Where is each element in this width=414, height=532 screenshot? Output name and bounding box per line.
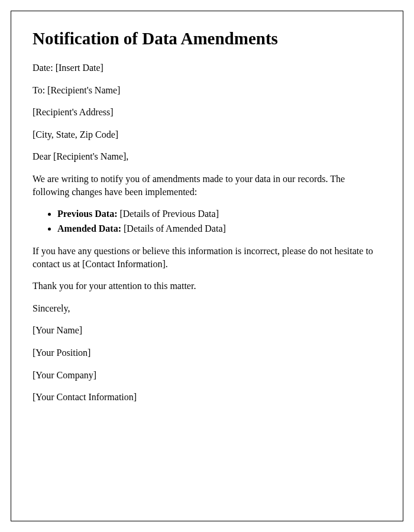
- amended-data-value: [Details of Amended Data]: [121, 223, 226, 233]
- list-item: Previous Data: [Details of Previous Data…: [57, 207, 381, 220]
- questions-paragraph: If you have any questions or believe thi…: [33, 245, 381, 270]
- date-value: [Insert Date]: [56, 63, 104, 73]
- intro-paragraph: We are writing to notify you of amendmen…: [33, 173, 381, 198]
- date-line: Date: [Insert Date]: [33, 61, 381, 74]
- signer-name: [Your Name]: [33, 324, 381, 337]
- signer-company: [Your Company]: [33, 369, 381, 382]
- signer-contact: [Your Contact Information]: [33, 391, 381, 404]
- salutation: Dear [Recipient's Name],: [33, 150, 381, 163]
- amended-data-label: Amended Data:: [57, 223, 121, 233]
- date-label: Date:: [33, 63, 56, 73]
- to-line: To: [Recipient's Name]: [33, 84, 381, 97]
- amendments-list: Previous Data: [Details of Previous Data…: [57, 207, 381, 235]
- signer-position: [Your Position]: [33, 346, 381, 359]
- to-value: [Recipient's Name]: [47, 85, 120, 95]
- previous-data-label: Previous Data:: [57, 209, 117, 219]
- recipient-address: [Recipient's Address]: [33, 106, 381, 119]
- document-page: Notification of Data Amendments Date: [I…: [11, 11, 403, 521]
- closing: Sincerely,: [33, 302, 381, 315]
- thanks-paragraph: Thank you for your attention to this mat…: [33, 280, 381, 293]
- previous-data-value: [Details of Previous Data]: [117, 209, 219, 219]
- list-item: Amended Data: [Details of Amended Data]: [57, 222, 381, 235]
- to-label: To:: [33, 85, 47, 95]
- page-title: Notification of Data Amendments: [33, 29, 381, 48]
- city-state-zip: [City, State, Zip Code]: [33, 128, 381, 141]
